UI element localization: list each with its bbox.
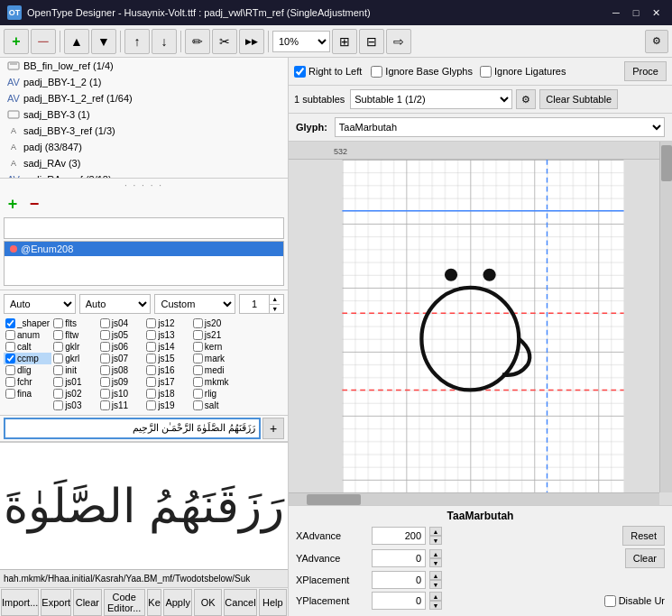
feature-js04[interactable]: js04	[98, 317, 145, 329]
feature-checkbox[interactable]	[5, 342, 15, 352]
feature-fina[interactable]: fina	[4, 388, 51, 400]
feature-js16[interactable]: js16	[144, 364, 191, 376]
preview-text-input[interactable]	[4, 418, 261, 439]
feature-checkbox[interactable]	[146, 318, 156, 328]
feature-dlig[interactable]: dlig	[4, 364, 51, 376]
reset-button[interactable]: Reset	[622, 526, 665, 546]
feature-medi[interactable]: medi	[191, 364, 238, 376]
feature-anum[interactable]: anum	[4, 329, 51, 341]
maximize-button[interactable]: □	[627, 5, 645, 21]
feature-js21[interactable]: js21	[191, 329, 238, 341]
feature-js10[interactable]: js10	[98, 388, 145, 400]
settings-gear-button[interactable]: ⚙	[645, 30, 668, 53]
cancel-button[interactable]: Cancel	[224, 589, 256, 616]
scissors-button[interactable]: ✂	[212, 29, 237, 54]
ignore-base-glyphs-checkbox[interactable]: Ignore Base Glyphs	[371, 66, 473, 78]
feature-js19[interactable]: js19	[144, 400, 191, 411]
feature-checkbox[interactable]	[193, 389, 203, 399]
spin-up[interactable]: ▲	[269, 295, 280, 304]
view-btn[interactable]: ⊟	[359, 29, 384, 54]
hscroll-thumb[interactable]	[307, 494, 361, 505]
feature-js06[interactable]: js06	[98, 341, 145, 353]
vscroll-thumb[interactable]	[661, 145, 672, 181]
feature-checkbox[interactable]	[146, 365, 156, 375]
feature-checkbox[interactable]	[100, 365, 110, 375]
feature-calt[interactable]: calt	[4, 341, 51, 353]
auto-select-2[interactable]: Auto	[79, 294, 152, 314]
sort-down-button[interactable]: ↓	[152, 29, 177, 54]
feature-js12[interactable]: js12	[144, 317, 191, 329]
clear-button[interactable]: Clear	[73, 589, 101, 616]
feature-js02[interactable]: js02	[51, 388, 98, 400]
feature-checkbox[interactable]	[5, 318, 15, 328]
feature-js11[interactable]: js11	[98, 400, 145, 411]
yadvance-up[interactable]: ▲	[429, 549, 442, 558]
more-button[interactable]: ▶▶	[239, 29, 264, 54]
feature-checkbox[interactable]	[53, 318, 63, 328]
feature-checkbox[interactable]	[5, 354, 15, 363]
feature-ccmp[interactable]: ccmp	[4, 353, 51, 364]
apply-button[interactable]: Apply	[163, 589, 191, 616]
feature-js18[interactable]: js18	[144, 388, 191, 400]
feature-checkbox[interactable]	[146, 389, 156, 399]
feature-mark[interactable]: mark	[191, 353, 238, 364]
feature-checkbox[interactable]	[193, 318, 203, 328]
feature-checkbox[interactable]	[100, 377, 110, 387]
xadvance-input[interactable]	[372, 527, 426, 545]
export-btn[interactable]: ⇨	[386, 29, 411, 54]
feature-js17[interactable]: js17	[144, 376, 191, 388]
feature-checkbox[interactable]	[53, 389, 63, 399]
feature-checkbox[interactable]	[5, 389, 15, 399]
feature-js09[interactable]: js09	[98, 376, 145, 388]
clear-values-button[interactable]: Clear	[625, 548, 665, 568]
feature-checkbox[interactable]	[5, 377, 15, 387]
yplacement-down[interactable]: ▼	[429, 601, 442, 610]
feature-checkbox[interactable]	[100, 318, 110, 328]
disable-unresolved-checkbox[interactable]: Disable Ur	[604, 595, 665, 607]
list-item[interactable]: sadj_BBY-3 (1)	[0, 106, 288, 123]
xplacement-up[interactable]: ▲	[429, 571, 442, 580]
feature-checkbox[interactable]	[193, 377, 203, 387]
enum-item-selected[interactable]: @Enum208	[5, 242, 283, 256]
feature-checkbox[interactable]	[146, 377, 156, 387]
subtable-settings-button[interactable]: ⚙	[516, 89, 536, 109]
help-button[interactable]: Help	[259, 589, 287, 616]
feature-checkbox[interactable]	[5, 365, 15, 375]
feature-checkbox[interactable]	[53, 330, 63, 340]
list-item[interactable]: AV padj_BBY-1_2 (1)	[0, 74, 288, 90]
feature-js07[interactable]: js07	[98, 353, 145, 364]
right-to-left-checkbox[interactable]: Right to Left	[294, 66, 362, 78]
subtable-select[interactable]: Subtable 1 (1/2) Subtable 2 (2/2)	[350, 89, 512, 109]
feature-js03[interactable]: js03	[51, 400, 98, 411]
feature-checkbox[interactable]	[53, 400, 63, 410]
add-preview-button[interactable]: +	[262, 418, 284, 439]
xadvance-up[interactable]: ▲	[429, 527, 442, 536]
feature-js13[interactable]: js13	[144, 329, 191, 341]
feature-fltw[interactable]: fltw	[51, 329, 98, 341]
feature-checkbox[interactable]	[193, 365, 203, 375]
feature-checkbox[interactable]	[146, 354, 156, 363]
yadvance-down[interactable]: ▼	[429, 558, 442, 567]
ke-button[interactable]: Ke	[147, 589, 162, 616]
minimize-button[interactable]: ─	[607, 5, 625, 21]
add-subtable-button[interactable]: +	[4, 196, 22, 214]
import-button[interactable]: Import...	[1, 589, 39, 616]
ignore-lig-checkbox-input[interactable]	[480, 66, 492, 78]
canvas-vscrollbar[interactable]	[659, 142, 672, 492]
xplacement-input[interactable]	[372, 571, 426, 589]
feature-rlig[interactable]: rlig	[191, 388, 238, 400]
remove-subtable-button[interactable]: −	[25, 196, 43, 214]
spin-down[interactable]: ▼	[269, 304, 280, 313]
sort-up-button[interactable]: ↑	[124, 29, 150, 54]
move-up-button[interactable]: ▲	[64, 29, 89, 54]
yplacement-up[interactable]: ▲	[429, 592, 442, 601]
xplacement-down[interactable]: ▼	[429, 580, 442, 589]
feature-checkbox[interactable]	[193, 400, 203, 410]
list-item[interactable]: A sadj_BBY-3_ref (1/3)	[0, 123, 288, 139]
clear-subtable-button[interactable]: Clear Subtable	[539, 89, 618, 109]
feature-kern[interactable]: kern	[191, 341, 238, 353]
feature-js08[interactable]: js08	[98, 364, 145, 376]
feature-checkbox[interactable]	[53, 377, 63, 387]
auto-select-1[interactable]: Auto	[4, 294, 76, 314]
list-item[interactable]: BB_fin_low_ref (1/4)	[0, 58, 288, 74]
